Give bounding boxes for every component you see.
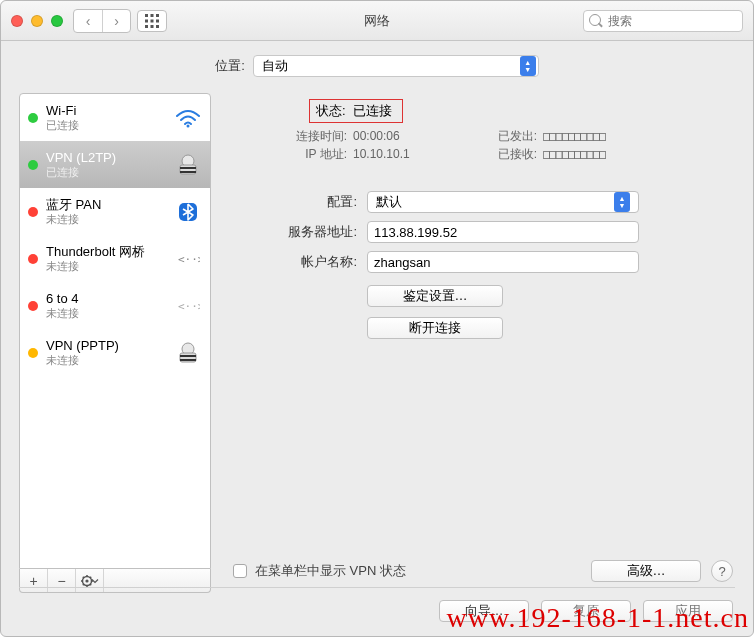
close-button[interactable]	[11, 15, 23, 27]
connection-text: VPN (L2TP)已连接	[46, 151, 166, 177]
detail-pane: 状态: 已连接 连接时间: 00:00:06 已发出: □□□□□□□□□□ I…	[225, 93, 735, 593]
checkbox-icon	[233, 564, 247, 578]
account-label: 帐户名称:	[225, 253, 367, 271]
connection-item[interactable]: VPN (PPTP)未连接	[20, 329, 210, 376]
connect-time-label: 连接时间:	[225, 128, 353, 145]
status-dot	[28, 113, 38, 123]
location-value: 自动	[262, 57, 288, 75]
ip-value: 10.10.10.1	[353, 147, 453, 161]
status-dot	[28, 207, 38, 217]
connection-item[interactable]: Thunderbolt 网桥未连接<··>	[20, 235, 210, 282]
svg-rect-8	[156, 25, 159, 28]
connection-text: 6 to 4未连接	[46, 292, 166, 318]
svg-rect-1	[151, 14, 154, 17]
location-select[interactable]: 自动 ▲▼	[253, 55, 539, 77]
ip-label: IP 地址:	[225, 146, 353, 163]
connection-item[interactable]: 蓝牙 PAN未连接	[20, 188, 210, 235]
status-value: 已连接	[353, 103, 392, 118]
status-box: 状态: 已连接	[309, 99, 403, 123]
svg-text:<··>: <··>	[178, 253, 200, 266]
svg-rect-6	[145, 25, 148, 28]
connection-item[interactable]: 6 to 4未连接<··>	[20, 282, 210, 329]
connection-status: 已连接	[46, 166, 166, 178]
minimize-button[interactable]	[31, 15, 43, 27]
connection-name: VPN (L2TP)	[46, 151, 166, 165]
window-title: 网络	[364, 12, 390, 30]
sent-value: □□□□□□□□□□	[543, 129, 605, 143]
select-stepper-icon: ▲▼	[520, 56, 536, 76]
connection-text: Thunderbolt 网桥未连接	[46, 245, 166, 271]
show-in-menubar-checkbox[interactable]: 在菜单栏中显示 VPN 状态	[233, 562, 406, 580]
connection-status: 未连接	[46, 260, 166, 272]
svg-rect-13	[180, 171, 196, 173]
recv-label: 已接收:	[453, 146, 543, 163]
connection-name: 蓝牙 PAN	[46, 198, 166, 212]
connection-text: Wi-Fi已连接	[46, 104, 166, 130]
assist-button[interactable]: 向导…	[439, 600, 529, 622]
svg-line-29	[82, 583, 83, 584]
lock-icon	[174, 341, 202, 365]
grid-icon	[145, 14, 159, 28]
svg-rect-20	[180, 359, 196, 361]
connection-name: Thunderbolt 网桥	[46, 245, 166, 259]
advanced-button[interactable]: 高级…	[591, 560, 701, 582]
connection-status: 未连接	[46, 354, 166, 366]
svg-line-28	[89, 583, 90, 584]
titlebar: ‹ › 网络	[1, 1, 753, 41]
search-input[interactable]	[583, 10, 743, 32]
status-dot	[28, 348, 38, 358]
forward-button[interactable]: ›	[102, 10, 130, 32]
svg-rect-2	[156, 14, 159, 17]
status-label: 状态:	[316, 103, 346, 118]
show-all-button[interactable]	[137, 10, 167, 32]
svg-point-22	[85, 579, 88, 582]
config-value: 默认	[376, 193, 402, 211]
location-row: 位置: 自动 ▲▼	[1, 41, 753, 93]
connection-status: 未连接	[46, 213, 166, 225]
recv-value: □□□□□□□□□□	[543, 147, 605, 161]
select-stepper-icon: ▲▼	[614, 192, 630, 212]
back-button[interactable]: ‹	[74, 10, 102, 32]
connection-text: VPN (PPTP)未连接	[46, 339, 166, 365]
svg-point-9	[187, 124, 190, 127]
svg-rect-3	[145, 19, 148, 22]
config-select[interactable]: 默认 ▲▼	[367, 191, 639, 213]
svg-line-30	[89, 576, 90, 577]
remove-connection-button[interactable]: −	[48, 569, 76, 592]
connection-text: 蓝牙 PAN未连接	[46, 198, 166, 224]
location-label: 位置:	[215, 57, 245, 75]
account-name-input[interactable]	[367, 251, 639, 273]
connection-status: 已连接	[46, 119, 166, 131]
status-dot	[28, 301, 38, 311]
connection-item[interactable]: Wi-Fi已连接	[20, 94, 210, 141]
status-dot	[28, 254, 38, 264]
bluetooth-icon	[174, 200, 202, 224]
separator	[19, 587, 735, 588]
connection-name: 6 to 4	[46, 292, 166, 306]
svg-rect-12	[180, 167, 196, 169]
sixtofour-icon: <··>	[174, 294, 202, 318]
disconnect-button[interactable]: 断开连接	[367, 317, 503, 339]
connection-item[interactable]: VPN (L2TP)已连接	[20, 141, 210, 188]
server-label: 服务器地址:	[225, 223, 367, 241]
window-controls	[11, 15, 63, 27]
add-connection-button[interactable]: +	[20, 569, 48, 592]
server-address-input[interactable]	[367, 221, 639, 243]
connection-name: Wi-Fi	[46, 104, 166, 118]
sidebar-toolbar: + −	[19, 569, 211, 593]
sidebar: Wi-Fi已连接VPN (L2TP)已连接蓝牙 PAN未连接Thunderbol…	[19, 93, 211, 593]
revert-button[interactable]: 复原	[541, 600, 631, 622]
connection-list[interactable]: Wi-Fi已连接VPN (L2TP)已连接蓝牙 PAN未连接Thunderbol…	[19, 93, 211, 569]
thunderbolt-icon: <··>	[174, 247, 202, 271]
svg-line-27	[82, 576, 83, 577]
connect-time-value: 00:00:06	[353, 129, 453, 143]
wifi-icon	[174, 106, 202, 130]
zoom-button[interactable]	[51, 15, 63, 27]
connection-status: 未连接	[46, 307, 166, 319]
gear-icon	[81, 575, 99, 587]
help-button[interactable]: ?	[711, 560, 733, 582]
connection-actions-button[interactable]	[76, 569, 104, 592]
auth-settings-button[interactable]: 鉴定设置…	[367, 285, 503, 307]
apply-button[interactable]: 应用	[643, 600, 733, 622]
status-dot	[28, 160, 38, 170]
